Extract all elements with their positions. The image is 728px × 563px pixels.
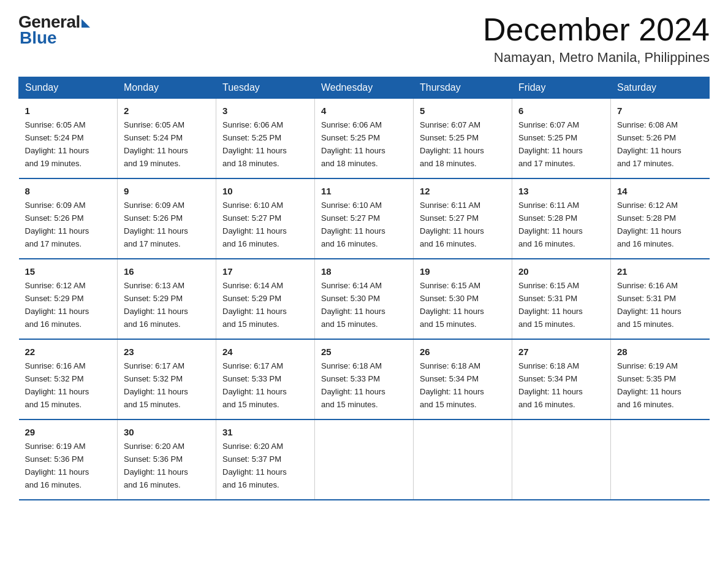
day-number: 6 xyxy=(518,104,604,118)
calendar-cell: 26Sunrise: 6:18 AMSunset: 5:34 PMDayligh… xyxy=(414,339,512,419)
day-info: Sunrise: 6:19 AMSunset: 5:36 PMDaylight:… xyxy=(25,442,89,489)
logo: General Blue xyxy=(18,12,90,48)
day-info: Sunrise: 6:06 AMSunset: 5:25 PMDaylight:… xyxy=(321,120,385,168)
calendar-cell: 23Sunrise: 6:17 AMSunset: 5:32 PMDayligh… xyxy=(118,339,216,419)
day-number: 31 xyxy=(222,425,308,439)
day-info: Sunrise: 6:16 AMSunset: 5:32 PMDaylight:… xyxy=(25,361,89,409)
day-info: Sunrise: 6:10 AMSunset: 5:27 PMDaylight:… xyxy=(222,201,287,248)
day-info: Sunrise: 6:15 AMSunset: 5:31 PMDaylight:… xyxy=(518,281,583,329)
day-info: Sunrise: 6:19 AMSunset: 5:35 PMDaylight:… xyxy=(617,361,681,409)
day-number: 30 xyxy=(124,425,210,439)
day-number: 11 xyxy=(321,184,407,198)
day-number: 16 xyxy=(124,264,210,278)
calendar-cell: 29Sunrise: 6:19 AMSunset: 5:36 PMDayligh… xyxy=(19,419,118,500)
header-day-monday: Monday xyxy=(118,77,216,99)
week-row-2: 8Sunrise: 6:09 AMSunset: 5:26 PMDaylight… xyxy=(19,178,710,259)
calendar-cell: 25Sunrise: 6:18 AMSunset: 5:33 PMDayligh… xyxy=(315,339,414,419)
calendar-cell: 12Sunrise: 6:11 AMSunset: 5:27 PMDayligh… xyxy=(414,178,512,259)
calendar-cell: 14Sunrise: 6:12 AMSunset: 5:28 PMDayligh… xyxy=(611,178,710,259)
day-number: 8 xyxy=(25,184,112,198)
calendar-cell: 8Sunrise: 6:09 AMSunset: 5:26 PMDaylight… xyxy=(19,178,118,259)
day-info: Sunrise: 6:06 AMSunset: 5:25 PMDaylight:… xyxy=(222,120,287,168)
day-info: Sunrise: 6:05 AMSunset: 5:24 PMDaylight:… xyxy=(124,120,188,168)
day-number: 23 xyxy=(124,345,210,359)
title-block: December 2024 Namayan, Metro Manila, Phi… xyxy=(483,12,710,66)
calendar-cell xyxy=(414,419,512,500)
calendar-cell: 17Sunrise: 6:14 AMSunset: 5:29 PMDayligh… xyxy=(216,259,315,339)
logo-arrow-icon xyxy=(82,19,90,28)
day-info: Sunrise: 6:10 AMSunset: 5:27 PMDaylight:… xyxy=(321,201,385,248)
day-info: Sunrise: 6:14 AMSunset: 5:30 PMDaylight:… xyxy=(321,281,385,329)
calendar-cell: 13Sunrise: 6:11 AMSunset: 5:28 PMDayligh… xyxy=(512,178,611,259)
week-row-1: 1Sunrise: 6:05 AMSunset: 5:24 PMDaylight… xyxy=(19,99,710,178)
day-number: 2 xyxy=(124,104,210,118)
day-number: 3 xyxy=(222,104,308,118)
calendar-cell: 3Sunrise: 6:06 AMSunset: 5:25 PMDaylight… xyxy=(216,99,315,178)
calendar-cell: 4Sunrise: 6:06 AMSunset: 5:25 PMDaylight… xyxy=(315,99,414,178)
calendar-table: SundayMondayTuesdayWednesdayThursdayFrid… xyxy=(18,77,710,500)
day-number: 29 xyxy=(25,425,112,439)
day-number: 19 xyxy=(420,264,506,278)
day-number: 12 xyxy=(420,184,506,198)
day-info: Sunrise: 6:11 AMSunset: 5:28 PMDaylight:… xyxy=(518,201,583,248)
day-number: 5 xyxy=(420,104,506,118)
calendar-cell: 7Sunrise: 6:08 AMSunset: 5:26 PMDaylight… xyxy=(611,99,710,178)
day-info: Sunrise: 6:11 AMSunset: 5:27 PMDaylight:… xyxy=(420,201,484,248)
day-info: Sunrise: 6:07 AMSunset: 5:25 PMDaylight:… xyxy=(518,120,583,168)
day-info: Sunrise: 6:09 AMSunset: 5:26 PMDaylight:… xyxy=(25,201,89,248)
calendar-cell: 11Sunrise: 6:10 AMSunset: 5:27 PMDayligh… xyxy=(315,178,414,259)
calendar-cell: 19Sunrise: 6:15 AMSunset: 5:30 PMDayligh… xyxy=(414,259,512,339)
calendar-cell: 22Sunrise: 6:16 AMSunset: 5:32 PMDayligh… xyxy=(19,339,118,419)
logo-blue-text: Blue xyxy=(20,28,57,48)
day-number: 27 xyxy=(518,345,604,359)
day-info: Sunrise: 6:09 AMSunset: 5:26 PMDaylight:… xyxy=(124,201,188,248)
week-row-5: 29Sunrise: 6:19 AMSunset: 5:36 PMDayligh… xyxy=(19,419,710,500)
day-number: 13 xyxy=(518,184,604,198)
day-number: 28 xyxy=(617,345,703,359)
day-info: Sunrise: 6:05 AMSunset: 5:24 PMDaylight:… xyxy=(25,120,89,168)
day-info: Sunrise: 6:17 AMSunset: 5:32 PMDaylight:… xyxy=(124,361,188,409)
day-number: 15 xyxy=(25,264,112,278)
calendar-cell: 15Sunrise: 6:12 AMSunset: 5:29 PMDayligh… xyxy=(19,259,118,339)
day-info: Sunrise: 6:20 AMSunset: 5:37 PMDaylight:… xyxy=(222,442,287,489)
calendar-cell: 16Sunrise: 6:13 AMSunset: 5:29 PMDayligh… xyxy=(118,259,216,339)
header-day-thursday: Thursday xyxy=(414,77,512,99)
header-day-tuesday: Tuesday xyxy=(216,77,315,99)
calendar-header: SundayMondayTuesdayWednesdayThursdayFrid… xyxy=(19,77,710,99)
page-header: General Blue December 2024 Namayan, Metr… xyxy=(18,12,710,66)
calendar-cell: 31Sunrise: 6:20 AMSunset: 5:37 PMDayligh… xyxy=(216,419,315,500)
calendar-cell: 1Sunrise: 6:05 AMSunset: 5:24 PMDaylight… xyxy=(19,99,118,178)
calendar-cell: 6Sunrise: 6:07 AMSunset: 5:25 PMDaylight… xyxy=(512,99,611,178)
day-info: Sunrise: 6:17 AMSunset: 5:33 PMDaylight:… xyxy=(222,361,287,409)
calendar-cell xyxy=(315,419,414,500)
day-number: 7 xyxy=(617,104,703,118)
header-day-sunday: Sunday xyxy=(19,77,118,99)
day-number: 9 xyxy=(124,184,210,198)
calendar-cell: 5Sunrise: 6:07 AMSunset: 5:25 PMDaylight… xyxy=(414,99,512,178)
day-info: Sunrise: 6:18 AMSunset: 5:34 PMDaylight:… xyxy=(518,361,583,409)
calendar-cell: 20Sunrise: 6:15 AMSunset: 5:31 PMDayligh… xyxy=(512,259,611,339)
calendar-cell xyxy=(611,419,710,500)
header-day-friday: Friday xyxy=(512,77,611,99)
header-day-wednesday: Wednesday xyxy=(315,77,414,99)
calendar-cell: 18Sunrise: 6:14 AMSunset: 5:30 PMDayligh… xyxy=(315,259,414,339)
day-number: 26 xyxy=(420,345,506,359)
day-info: Sunrise: 6:14 AMSunset: 5:29 PMDaylight:… xyxy=(222,281,287,329)
day-number: 1 xyxy=(25,104,112,118)
day-number: 18 xyxy=(321,264,407,278)
week-row-3: 15Sunrise: 6:12 AMSunset: 5:29 PMDayligh… xyxy=(19,259,710,339)
header-row: SundayMondayTuesdayWednesdayThursdayFrid… xyxy=(19,77,710,99)
day-number: 10 xyxy=(222,184,308,198)
day-number: 17 xyxy=(222,264,308,278)
day-info: Sunrise: 6:15 AMSunset: 5:30 PMDaylight:… xyxy=(420,281,484,329)
calendar-cell: 21Sunrise: 6:16 AMSunset: 5:31 PMDayligh… xyxy=(611,259,710,339)
day-number: 4 xyxy=(321,104,407,118)
day-number: 24 xyxy=(222,345,308,359)
day-number: 21 xyxy=(617,264,703,278)
day-info: Sunrise: 6:12 AMSunset: 5:28 PMDaylight:… xyxy=(617,201,681,248)
day-number: 25 xyxy=(321,345,407,359)
day-info: Sunrise: 6:13 AMSunset: 5:29 PMDaylight:… xyxy=(124,281,188,329)
day-info: Sunrise: 6:12 AMSunset: 5:29 PMDaylight:… xyxy=(25,281,89,329)
day-info: Sunrise: 6:08 AMSunset: 5:26 PMDaylight:… xyxy=(617,120,681,168)
day-number: 22 xyxy=(25,345,112,359)
